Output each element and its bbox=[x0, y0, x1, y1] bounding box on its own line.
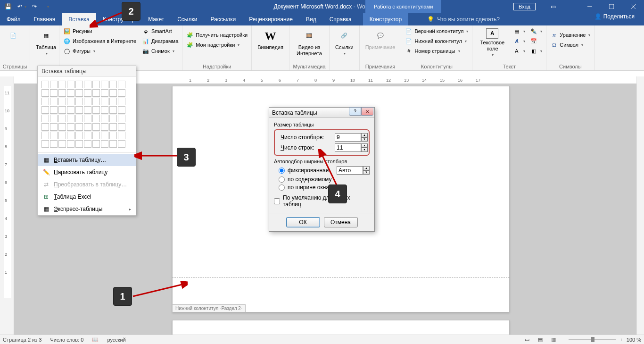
print-layout-icon: ▤ bbox=[538, 336, 543, 343]
footer-icon: 📄 bbox=[405, 37, 413, 45]
columns-down-button[interactable]: ▼ bbox=[361, 137, 368, 142]
ok-button[interactable]: ОК bbox=[286, 217, 320, 227]
share-button[interactable]: 👤 Поделиться bbox=[594, 13, 635, 20]
chart-button[interactable]: 📊Диаграмма bbox=[140, 36, 180, 46]
columns-up-button[interactable]: ▲ bbox=[361, 133, 368, 137]
datetime-icon: 📅 bbox=[530, 37, 537, 45]
quick-tables-menu-item[interactable]: ▦Экспресс-таблицы▸ bbox=[38, 203, 136, 215]
dialog-help-button[interactable]: ? bbox=[349, 107, 361, 116]
fixed-down-button[interactable]: ▼ bbox=[363, 170, 370, 175]
drop-cap-button[interactable]: A̲▾ bbox=[511, 46, 527, 56]
object-button[interactable]: ◧▾ bbox=[528, 46, 544, 56]
equation-button[interactable]: πУравнение▾ bbox=[548, 30, 592, 40]
fixed-width-input[interactable] bbox=[337, 166, 363, 175]
tab-home[interactable]: Главная bbox=[27, 13, 62, 25]
tab-insert[interactable]: Вставка bbox=[62, 13, 96, 25]
tab-mailings[interactable]: Рассылки bbox=[204, 13, 242, 25]
close-button[interactable] bbox=[622, 0, 644, 13]
annotation-highlight-box: Число столбцов: ▲▼ Число строк: ▲▼ bbox=[274, 129, 370, 156]
autofit-window-radio[interactable] bbox=[279, 185, 285, 191]
dialog-close-button[interactable]: ✕ bbox=[361, 107, 373, 116]
link-icon: 🔗 bbox=[337, 28, 352, 43]
tab-references[interactable]: Ссылки bbox=[171, 13, 204, 25]
columns-label: Число столбцов: bbox=[281, 134, 324, 141]
page-number-button[interactable]: #Номер страницы▾ bbox=[403, 46, 470, 56]
proofing-icon[interactable]: 📖 bbox=[92, 336, 99, 343]
language-indicator[interactable]: русский bbox=[107, 337, 125, 343]
maximize-button[interactable] bbox=[601, 0, 622, 13]
my-addins-button[interactable]: 🧩Мои надстройки▾ bbox=[184, 40, 249, 50]
zoom-in-button[interactable]: + bbox=[619, 337, 622, 343]
header-button[interactable]: 📄Верхний колонтитул▾ bbox=[403, 26, 470, 36]
remember-dimensions-checkbox[interactable] bbox=[274, 198, 280, 204]
document-page-2[interactable] bbox=[172, 320, 510, 335]
get-addins-button[interactable]: 🧩Получить надстройки bbox=[184, 30, 249, 40]
undo-button[interactable]: ↶▾ bbox=[15, 1, 27, 12]
tab-file[interactable]: Файл bbox=[0, 13, 27, 25]
symbol-button[interactable]: ΩСимвол▾ bbox=[548, 40, 592, 50]
svg-rect-1 bbox=[609, 4, 614, 9]
zoom-slider-thumb[interactable] bbox=[591, 337, 594, 342]
autofit-contents-radio[interactable] bbox=[279, 176, 285, 183]
chevron-down-icon: ▾ bbox=[173, 49, 174, 53]
links-button[interactable]: 🔗Ссылки▾ bbox=[331, 26, 357, 58]
fixed-up-button[interactable]: ▲ bbox=[363, 166, 370, 170]
qat-customize-button[interactable]: ▾ bbox=[41, 1, 54, 12]
read-mode-button[interactable]: ▭ bbox=[522, 336, 532, 344]
smartart-button[interactable]: ⬙SmartArt bbox=[140, 26, 180, 36]
table-grid-picker[interactable] bbox=[38, 77, 136, 151]
zoom-slider[interactable] bbox=[569, 339, 616, 340]
minimize-button[interactable] bbox=[579, 0, 601, 13]
pictures-button[interactable]: 🖼️Рисунки bbox=[61, 26, 138, 36]
footer-button[interactable]: 📄Нижний колонтитул▾ bbox=[403, 36, 470, 46]
tab-help[interactable]: Справка bbox=[323, 13, 358, 25]
sign-in-button[interactable]: Вход bbox=[513, 3, 536, 10]
autofit-fixed-radio[interactable] bbox=[279, 168, 285, 174]
save-button[interactable]: 💾 bbox=[2, 1, 14, 12]
online-pictures-button[interactable]: 🌐Изображения в Интернете bbox=[61, 36, 138, 46]
word-count[interactable]: Число слов: 0 bbox=[50, 337, 83, 343]
tab-layout[interactable]: Макет bbox=[141, 13, 171, 25]
wikipedia-button[interactable]: WВикипедия bbox=[254, 26, 287, 52]
zoom-out-button[interactable]: − bbox=[562, 337, 565, 343]
fixed-width-spinner[interactable]: ▲▼ bbox=[337, 166, 370, 175]
zoom-level[interactable]: 100 % bbox=[627, 337, 641, 343]
chevron-down-icon: ▾ bbox=[466, 29, 468, 34]
redo-button[interactable]: ↷ bbox=[28, 1, 41, 12]
shapes-button[interactable]: ◯Фигуры▾ bbox=[61, 46, 138, 56]
pages-button[interactable]: 📄 bbox=[2, 26, 25, 45]
vertical-scrollbar[interactable] bbox=[636, 76, 644, 335]
rows-spinner[interactable]: ▲▼ bbox=[335, 143, 368, 152]
wordart-button[interactable]: A▾ bbox=[511, 36, 527, 46]
tab-review[interactable]: Рецензирование bbox=[242, 13, 299, 25]
columns-spinner[interactable]: ▲▼ bbox=[335, 133, 368, 142]
page-indicator[interactable]: Страница 2 из 3 bbox=[3, 337, 41, 343]
columns-input[interactable] bbox=[335, 133, 361, 142]
signature-line-button[interactable]: ✒️▾ bbox=[528, 26, 544, 36]
excel-table-menu-item[interactable]: ⊞Таблица Excel bbox=[38, 191, 136, 203]
rows-up-button[interactable]: ▲ bbox=[361, 143, 368, 148]
ribbon-display-options-button[interactable]: ▭ bbox=[549, 3, 557, 10]
text-box-button[interactable]: AТекстовое поле▾ bbox=[474, 26, 510, 59]
screenshot-icon: 📷 bbox=[142, 47, 149, 55]
online-video-button[interactable]: 🎞️Видео из Интернета bbox=[291, 26, 327, 59]
tab-context-design[interactable]: Конструктор bbox=[363, 13, 408, 25]
date-time-button[interactable]: 📅 bbox=[528, 36, 544, 46]
table-button[interactable]: ▦Таблица▾ bbox=[32, 26, 60, 58]
chevron-down-icon: ▾ bbox=[238, 43, 239, 47]
comment-button[interactable]: 💬Примечание bbox=[362, 26, 399, 52]
tell-me-search[interactable]: 💡 Что вы хотите сделать? bbox=[427, 13, 500, 25]
print-layout-button[interactable]: ▤ bbox=[536, 336, 545, 344]
dialog-titlebar[interactable]: Вставка таблицы ? ✕ bbox=[269, 108, 374, 118]
insert-table-menu-item[interactable]: ▦Вставить таблицу… bbox=[38, 154, 136, 166]
tab-view[interactable]: Вид bbox=[299, 13, 323, 25]
draw-table-menu-item[interactable]: ✏️Нарисовать таблицу bbox=[38, 166, 136, 178]
screenshot-button[interactable]: 📷Снимок▾ bbox=[140, 46, 180, 56]
web-layout-button[interactable]: ▥ bbox=[549, 336, 558, 344]
rows-down-button[interactable]: ▼ bbox=[361, 148, 368, 152]
quick-parts-button[interactable]: ▤▾ bbox=[511, 26, 527, 36]
cancel-button[interactable]: Отмена bbox=[324, 217, 358, 227]
excel-icon: ⊞ bbox=[42, 193, 50, 201]
rows-input[interactable] bbox=[335, 143, 361, 152]
vertical-ruler[interactable]: 1110987654321 bbox=[0, 76, 14, 335]
